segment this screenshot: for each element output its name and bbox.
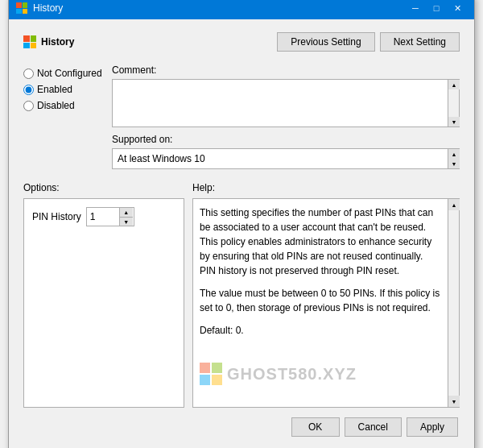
radio-not-configured-label: Not Configured [37,68,102,79]
options-label: Options: [23,182,184,193]
radio-not-configured[interactable]: Not Configured [23,68,112,79]
maximize-button[interactable]: □ [426,0,447,16]
scroll-track [448,89,459,117]
cancel-button[interactable]: Cancel [345,417,402,437]
supported-on-wrapper: At least Windows 10 ▲ ▼ [112,148,460,169]
radio-not-configured-input[interactable] [23,68,34,79]
title-controls: ─ □ ✕ [405,0,468,16]
help-text-area: This setting specifies the number of pas… [193,199,448,407]
help-scroll-down[interactable]: ▼ [448,396,460,407]
watermark: GHOST580.XYZ [200,362,441,386]
header-title-text: History [41,36,74,48]
comment-textarea[interactable] [113,80,448,127]
supported-on-label: Supported on: [112,134,460,145]
windows-logo-icon [16,2,27,14]
right-panel: Comment: ▲ ▼ Supported on: At least Wind… [112,64,460,169]
spin-up-button[interactable]: ▲ [120,208,133,217]
options-section: Options: PIN History ▲ ▼ [23,182,184,408]
previous-setting-button[interactable]: Previous Setting [277,32,374,52]
next-setting-button[interactable]: Next Setting [380,32,460,52]
help-text-1: This setting specifies the number of pas… [200,205,441,278]
ok-button[interactable]: OK [291,417,340,437]
help-scroll-track [448,210,459,396]
pin-history-spinner: ▲ ▼ [86,207,134,226]
scroll-up-arrow[interactable]: ▲ [448,80,460,89]
help-section: Help: This setting specifies the number … [192,182,460,408]
apply-button[interactable]: Apply [407,417,458,437]
content-area: Not Configured Enabled Disabled Comment: [17,64,466,169]
help-text-3: Default: 0. [200,323,441,338]
radio-enabled-label: Enabled [37,84,72,95]
comment-wrapper: ▲ ▼ [112,79,460,127]
title-bar: History ─ □ ✕ [9,0,474,19]
help-text-2: The value must be between 0 to 50 PINs. … [200,286,441,315]
header-title-area: History [23,35,74,48]
watermark-windows-icon [200,363,222,385]
title-bar-left: History [15,2,63,15]
minimize-button[interactable]: ─ [405,0,426,16]
radio-group: Not Configured Enabled Disabled [23,68,112,111]
help-scrollbar: ▲ ▼ [448,199,459,407]
supported-scroll-up[interactable]: ▲ [448,149,460,159]
main-window: History ─ □ ✕ History Previous Setting N… [8,0,475,448]
supported-on-value: At least Windows 10 [113,153,448,164]
radio-disabled-label: Disabled [37,100,75,111]
footer-buttons: OK Cancel Apply [17,411,466,443]
radio-enabled[interactable]: Enabled [23,84,112,95]
close-button[interactable]: ✕ [447,0,468,16]
pin-history-input[interactable] [87,209,119,224]
radio-enabled-input[interactable] [23,85,34,95]
radio-disabled[interactable]: Disabled [23,100,112,111]
comment-scrollbar: ▲ ▼ [448,80,459,127]
scroll-down-arrow[interactable]: ▼ [448,117,460,127]
window-body: History Previous Setting Next Setting No… [9,19,474,448]
help-label: Help: [192,182,460,193]
radio-disabled-input[interactable] [23,101,34,111]
supported-scroll-down[interactable]: ▼ [448,159,460,168]
watermark-text: GHOST580.XYZ [227,362,357,386]
comment-section: Comment: ▲ ▼ [112,64,460,127]
pin-history-label: PIN History [32,211,81,222]
spin-down-button[interactable]: ▼ [120,217,133,226]
header-windows-icon [23,35,36,48]
help-scroll-up[interactable]: ▲ [448,199,460,210]
supported-scrollbar: ▲ ▼ [448,149,459,168]
left-panel: Not Configured Enabled Disabled [23,64,112,169]
window-title: History [33,2,63,14]
comment-label: Comment: [112,64,460,76]
header-row: History Previous Setting Next Setting [17,27,466,56]
pin-history-row: PIN History ▲ ▼ [32,207,175,226]
supported-on-section: Supported on: At least Windows 10 ▲ ▼ [112,134,460,169]
help-wrapper: This setting specifies the number of pas… [192,198,460,408]
spin-buttons: ▲ ▼ [119,208,133,226]
options-panel: PIN History ▲ ▼ [23,198,184,408]
header-buttons: Previous Setting Next Setting [277,32,460,52]
bottom-area: Options: PIN History ▲ ▼ [17,176,466,408]
window-icon [15,2,28,15]
